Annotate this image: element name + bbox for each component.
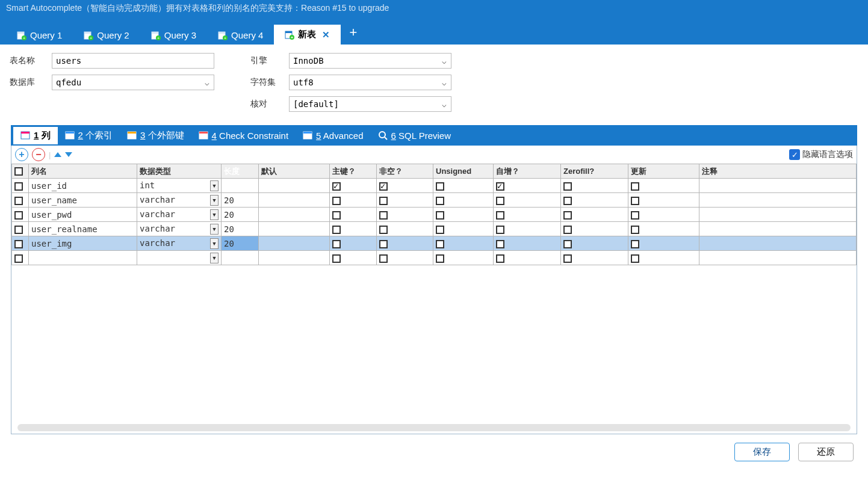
- move-up-button[interactable]: [54, 152, 61, 157]
- close-tab-icon[interactable]: ✕: [322, 29, 330, 40]
- table-row[interactable]: user_namevarchar▼20: [12, 193, 857, 208]
- hide-language-checkbox[interactable]: ✓ 隐藏语言选项: [789, 149, 853, 160]
- header-notnull[interactable]: 非空？: [377, 164, 433, 179]
- header-unsigned[interactable]: Unsigned: [433, 164, 494, 179]
- cell-comment[interactable]: [699, 208, 857, 222]
- header-checkbox[interactable]: [12, 164, 29, 179]
- remove-column-button[interactable]: −: [32, 148, 45, 161]
- datatype-dropdown-icon[interactable]: ▼: [210, 238, 219, 249]
- collation-select[interactable]: [289, 96, 451, 112]
- datatype-dropdown-icon[interactable]: ▼: [210, 180, 219, 191]
- row-checkbox[interactable]: [12, 251, 29, 265]
- cell-notnull[interactable]: [377, 251, 433, 265]
- editor-tab[interactable]: +Query 2: [73, 26, 140, 45]
- cell-autoinc[interactable]: [494, 179, 561, 193]
- table-row[interactable]: user_realnamevarchar▼20: [12, 222, 857, 236]
- row-checkbox[interactable]: [12, 236, 29, 251]
- table-row[interactable]: user_pwdvarchar▼20: [12, 208, 857, 222]
- subtab[interactable]: 6 SQL Preview: [371, 128, 459, 144]
- columns-grid[interactable]: 列名 数据类型 长度 默认 主键？ 非空？ Unsigned 自增？ Zerof…: [11, 164, 857, 265]
- cell-autoinc[interactable]: [494, 222, 561, 236]
- cell-update[interactable]: [628, 236, 699, 251]
- add-column-button[interactable]: +: [15, 148, 28, 161]
- cell-name[interactable]: user_img: [29, 236, 137, 251]
- table-row[interactable]: ▼: [12, 251, 857, 265]
- cell-autoinc[interactable]: [494, 193, 561, 208]
- cell-datatype[interactable]: varchar▼: [137, 222, 222, 236]
- cell-length[interactable]: 20: [222, 193, 259, 208]
- cell-comment[interactable]: [699, 236, 857, 251]
- header-length[interactable]: 长度: [222, 164, 259, 179]
- table-row[interactable]: user_idint▼: [12, 179, 857, 193]
- new-tab-button[interactable]: +: [341, 20, 365, 45]
- header-comment[interactable]: 注释: [699, 164, 857, 179]
- cell-notnull[interactable]: [377, 222, 433, 236]
- header-datatype[interactable]: 数据类型: [137, 164, 222, 179]
- cell-default[interactable]: [259, 222, 330, 236]
- cell-update[interactable]: [628, 222, 699, 236]
- subtab[interactable]: 3 个外部键: [120, 127, 191, 144]
- header-pk[interactable]: 主键？: [330, 164, 377, 179]
- cell-datatype[interactable]: varchar▼: [137, 208, 222, 222]
- revert-button[interactable]: 还原: [798, 443, 854, 461]
- cell-autoinc[interactable]: [494, 208, 561, 222]
- charset-select[interactable]: [289, 75, 451, 90]
- cell-name[interactable]: user_id: [29, 179, 137, 193]
- horizontal-scrollbar[interactable]: [17, 424, 851, 431]
- editor-tab[interactable]: +Query 3: [140, 26, 207, 45]
- cell-notnull[interactable]: [377, 193, 433, 208]
- editor-tab[interactable]: +Query 1: [6, 26, 73, 45]
- cell-pk[interactable]: [330, 179, 377, 193]
- header-default[interactable]: 默认: [259, 164, 330, 179]
- cell-zerofill[interactable]: [561, 222, 628, 236]
- cell-pk[interactable]: [330, 222, 377, 236]
- cell-notnull[interactable]: [377, 208, 433, 222]
- cell-datatype[interactable]: varchar▼: [137, 193, 222, 208]
- cell-length[interactable]: [222, 179, 259, 193]
- cell-datatype[interactable]: varchar▼: [137, 236, 222, 251]
- cell-notnull[interactable]: [377, 179, 433, 193]
- database-select[interactable]: [52, 75, 214, 90]
- datatype-dropdown-icon[interactable]: ▼: [210, 224, 219, 235]
- cell-update[interactable]: [628, 251, 699, 265]
- cell-comment[interactable]: [699, 222, 857, 236]
- cell-name[interactable]: [29, 251, 137, 265]
- datatype-dropdown-icon[interactable]: ▼: [210, 195, 219, 206]
- editor-tab[interactable]: +Query 4: [207, 26, 274, 45]
- cell-autoinc[interactable]: [494, 251, 561, 265]
- cell-length[interactable]: [222, 251, 259, 265]
- cell-name[interactable]: user_realname: [29, 222, 137, 236]
- cell-pk[interactable]: [330, 208, 377, 222]
- header-autoinc[interactable]: 自增？: [494, 164, 561, 179]
- cell-unsigned[interactable]: [433, 222, 494, 236]
- table-name-input[interactable]: [52, 53, 214, 69]
- header-name[interactable]: 列名: [29, 164, 137, 179]
- save-button[interactable]: 保存: [734, 443, 790, 461]
- cell-notnull[interactable]: [377, 236, 433, 251]
- cell-default[interactable]: [259, 193, 330, 208]
- cell-default[interactable]: [259, 179, 330, 193]
- cell-update[interactable]: [628, 208, 699, 222]
- cell-comment[interactable]: [699, 179, 857, 193]
- move-down-button[interactable]: [65, 152, 72, 157]
- row-checkbox[interactable]: [12, 222, 29, 236]
- cell-unsigned[interactable]: [433, 208, 494, 222]
- cell-zerofill[interactable]: [561, 251, 628, 265]
- row-checkbox[interactable]: [12, 179, 29, 193]
- cell-unsigned[interactable]: [433, 193, 494, 208]
- cell-length[interactable]: 20: [222, 236, 259, 251]
- cell-zerofill[interactable]: [561, 208, 628, 222]
- subtab[interactable]: 2 个索引: [58, 127, 120, 144]
- cell-zerofill[interactable]: [561, 236, 628, 251]
- cell-length[interactable]: 20: [222, 222, 259, 236]
- cell-pk[interactable]: [330, 251, 377, 265]
- cell-unsigned[interactable]: [433, 236, 494, 251]
- cell-datatype[interactable]: ▼: [137, 251, 222, 265]
- cell-datatype[interactable]: int▼: [137, 179, 222, 193]
- cell-default[interactable]: [259, 236, 330, 251]
- cell-unsigned[interactable]: [433, 179, 494, 193]
- header-update[interactable]: 更新: [628, 164, 699, 179]
- cell-update[interactable]: [628, 179, 699, 193]
- subtab[interactable]: 4 Check Constraint: [191, 128, 296, 144]
- datatype-dropdown-icon[interactable]: ▼: [210, 209, 219, 220]
